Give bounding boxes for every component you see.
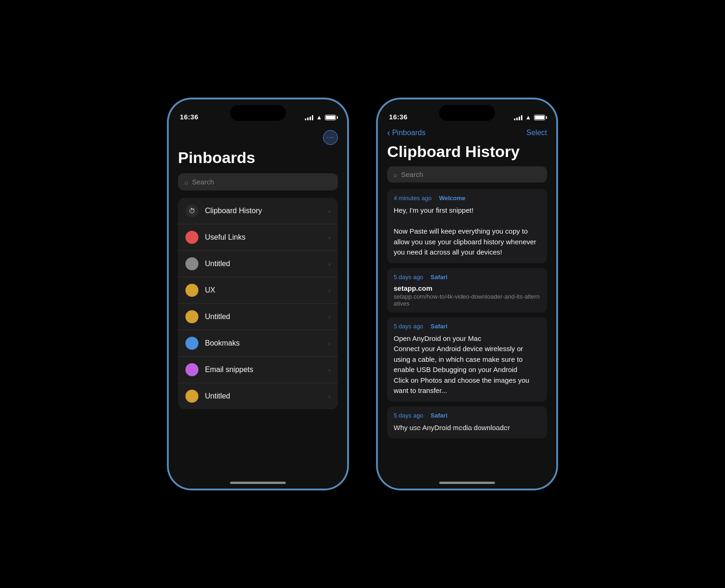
signal-icon-2 bbox=[514, 115, 522, 120]
clip-meta-2: 5 days ago Safari bbox=[394, 274, 540, 281]
list-item-untitled-3[interactable]: Untitled › bbox=[178, 383, 338, 409]
list-item-email-snippets[interactable]: Email snippets › bbox=[178, 357, 338, 383]
search-bar-1[interactable]: ⌕ Search bbox=[178, 173, 338, 190]
clip-time-2: 5 days ago bbox=[394, 274, 423, 281]
chevron-icon-8: › bbox=[329, 393, 330, 400]
list-label-ux: UX bbox=[205, 286, 322, 294]
clipboard-history-icon: ⏱ bbox=[185, 204, 198, 217]
search-icon-1: ⌕ bbox=[185, 178, 188, 186]
clip-item-1[interactable]: 4 minutes ago Welcome Hey, I'm your firs… bbox=[387, 189, 547, 263]
home-indicator-2 bbox=[439, 482, 495, 484]
clip-body-1: Hey, I'm your first snippet! Now Paste w… bbox=[394, 205, 540, 258]
email-snippets-icon bbox=[185, 363, 198, 376]
list-label-untitled-3: Untitled bbox=[205, 392, 322, 400]
time-1: 16:36 bbox=[180, 113, 198, 121]
phone1-screen: 16:36 ▲ ··· bbox=[169, 99, 347, 489]
clip-source-2: Safari bbox=[431, 274, 448, 281]
clip-source-1: Welcome bbox=[439, 195, 466, 202]
useful-links-icon bbox=[185, 231, 198, 244]
clip-time-1: 4 minutes ago bbox=[394, 195, 432, 202]
signal-icon bbox=[305, 115, 313, 120]
pinboards-header: ··· bbox=[178, 130, 338, 145]
pinboards-screen: ··· Pinboards ⌕ Search ⏱ bbox=[169, 124, 347, 409]
clipboard-search[interactable]: ⌕ Search bbox=[387, 166, 547, 183]
chevron-icon-2: › bbox=[329, 234, 330, 241]
clip-source-3: Safari bbox=[431, 323, 448, 330]
chevron-icon-4: › bbox=[329, 287, 330, 294]
chevron-icon-3: › bbox=[329, 261, 330, 268]
status-icons-1: ▲ bbox=[305, 114, 336, 121]
list-label-untitled-1: Untitled bbox=[205, 260, 322, 268]
pinboards-list: ⏱ Clipboard History › Useful Links › bbox=[178, 198, 338, 409]
battery-icon bbox=[325, 115, 336, 120]
clipboard-title: Clipboard History bbox=[387, 143, 547, 161]
clip-meta-3: 5 days ago Safari bbox=[394, 323, 540, 330]
battery-icon-2 bbox=[534, 115, 545, 120]
clipboard-items: 4 minutes ago Welcome Hey, I'm your firs… bbox=[387, 189, 547, 443]
nav-bar: ‹ Pinboards Select bbox=[387, 124, 547, 143]
clip-meta-4: 5 days ago Safari bbox=[394, 412, 540, 419]
dynamic-island bbox=[230, 105, 286, 121]
list-item-untitled-2[interactable]: Untitled › bbox=[178, 304, 338, 330]
back-icon: ‹ bbox=[387, 127, 390, 138]
clip-body-4: Why use AnyDroid media downloader bbox=[394, 423, 540, 433]
list-label-bookmaks: Bookmaks bbox=[205, 339, 322, 347]
back-button[interactable]: ‹ Pinboards bbox=[387, 127, 426, 138]
bookmaks-icon bbox=[185, 337, 198, 350]
clip-source-4: Safari bbox=[431, 412, 448, 419]
phone2-content: ‹ Pinboards Select Clipboard History ⌕ S… bbox=[378, 124, 556, 489]
clip-time-3: 5 days ago bbox=[394, 323, 423, 330]
untitled-2-icon bbox=[185, 310, 198, 323]
time-2: 16:36 bbox=[389, 113, 408, 121]
clip-time-4: 5 days ago bbox=[394, 412, 423, 419]
select-button[interactable]: Select bbox=[527, 129, 547, 137]
search-icon-2: ⌕ bbox=[394, 171, 397, 178]
list-item-untitled-1[interactable]: Untitled › bbox=[178, 251, 338, 277]
untitled-3-icon bbox=[185, 390, 198, 403]
clip-item-4[interactable]: 5 days ago Safari Why use AnyDroid media… bbox=[387, 406, 547, 439]
list-label-useful-links: Useful Links bbox=[205, 233, 322, 242]
phone1-content: ··· Pinboards ⌕ Search ⏱ bbox=[169, 124, 347, 489]
clip-url-title: setapp.com bbox=[394, 284, 540, 292]
list-item-useful-links[interactable]: Useful Links › bbox=[178, 224, 338, 251]
untitled-1-icon bbox=[185, 257, 198, 270]
search-placeholder-2: Search bbox=[401, 170, 423, 178]
clip-body-3: Open AnyDroid on your Mac Connect your A… bbox=[394, 333, 540, 396]
chevron-icon-5: › bbox=[329, 314, 330, 320]
back-label: Pinboards bbox=[392, 129, 426, 137]
list-label-email-snippets: Email snippets bbox=[205, 366, 322, 374]
list-label-clipboard-history: Clipboard History bbox=[205, 207, 322, 215]
status-icons-2: ▲ bbox=[514, 114, 545, 121]
phone-1: 16:36 ▲ ··· bbox=[167, 98, 349, 490]
more-icon: ··· bbox=[327, 133, 334, 142]
ux-icon bbox=[185, 284, 198, 297]
chevron-icon-6: › bbox=[329, 340, 330, 347]
clipboard-screen: ‹ Pinboards Select Clipboard History ⌕ S… bbox=[378, 124, 556, 443]
clip-item-3[interactable]: 5 days ago Safari Open AnyDroid on your … bbox=[387, 317, 547, 402]
clip-meta-1: 4 minutes ago Welcome bbox=[394, 195, 540, 202]
list-item-clipboard-history[interactable]: ⏱ Clipboard History › bbox=[178, 198, 338, 224]
list-label-untitled-2: Untitled bbox=[205, 313, 322, 321]
search-placeholder-1: Search bbox=[192, 178, 214, 186]
wifi-icon-2: ▲ bbox=[525, 114, 531, 121]
list-item-bookmaks[interactable]: Bookmaks › bbox=[178, 330, 338, 357]
chevron-icon-7: › bbox=[329, 366, 330, 373]
home-indicator-1 bbox=[230, 482, 286, 484]
more-button[interactable]: ··· bbox=[323, 130, 338, 145]
chevron-icon-1: › bbox=[329, 208, 330, 215]
list-item-ux[interactable]: UX › bbox=[178, 277, 338, 304]
phone-2: 16:36 ▲ ‹ Pinboa bbox=[376, 98, 558, 490]
phone2-screen: 16:36 ▲ ‹ Pinboa bbox=[378, 99, 556, 489]
clip-url-sub: setapp.com/how-to/4k-video-downloader-an… bbox=[394, 293, 540, 307]
dynamic-island-2 bbox=[439, 105, 495, 121]
page-title-1: Pinboards bbox=[178, 149, 338, 167]
wifi-icon: ▲ bbox=[316, 114, 322, 121]
clip-item-2[interactable]: 5 days ago Safari setapp.com setapp.com/… bbox=[387, 268, 547, 313]
